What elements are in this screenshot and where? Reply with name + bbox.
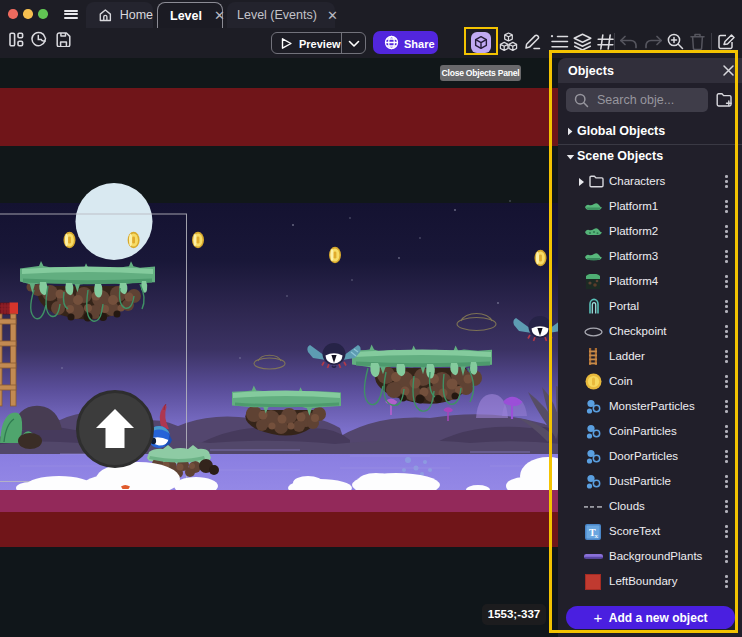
svg-text:x: x [595, 532, 599, 540]
